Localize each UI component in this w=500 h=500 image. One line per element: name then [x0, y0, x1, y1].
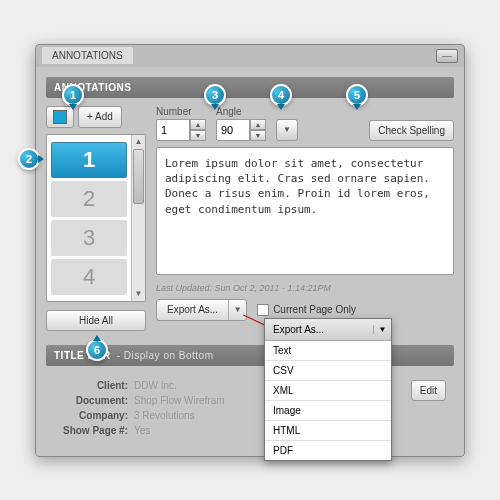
window-titlebar: ANNOTATIONS ––	[36, 45, 464, 67]
annotation-item-2[interactable]: 2	[51, 181, 127, 217]
scroll-thumb[interactable]	[133, 149, 144, 204]
annotation-item-1[interactable]: 1	[51, 142, 127, 178]
chevron-down-icon: ▼	[373, 325, 391, 334]
company-value: 3 Revolutions	[134, 410, 195, 421]
annotations-section-header: ANNOTATIONS	[46, 77, 454, 98]
number-input[interactable]	[156, 119, 190, 141]
last-updated-label: Last Updated: Sun Oct 2, 2011 - 1:14:21P…	[156, 283, 454, 293]
document-value: Shop Flow Wirefram	[134, 395, 225, 406]
angle-input[interactable]	[216, 119, 250, 141]
showpage-key: Show Page #:	[54, 425, 134, 436]
export-dropdown-header[interactable]: Export As... ▼	[265, 319, 391, 341]
showpage-value: Yes	[134, 425, 150, 436]
company-key: Company:	[54, 410, 134, 421]
client-value: DDW Inc.	[134, 380, 177, 391]
number-stepper[interactable]: ▲ ▼	[156, 119, 206, 141]
edit-titlebar-button[interactable]: Edit	[411, 380, 446, 401]
annotation-list: 1 2 3 4 ▲ ▼	[46, 134, 146, 302]
export-dropdown-menu: Export As... ▼ Text CSV XML Image HTML P…	[264, 318, 392, 461]
document-key: Document:	[54, 395, 134, 406]
angle-step-up[interactable]: ▲	[250, 119, 266, 130]
export-option-pdf[interactable]: PDF	[265, 441, 391, 460]
add-annotation-button[interactable]: + Add	[78, 106, 122, 128]
checkbox-box[interactable]	[257, 304, 269, 316]
export-option-csv[interactable]: CSV	[265, 361, 391, 381]
callout-1: 1	[62, 84, 84, 106]
number-step-up[interactable]: ▲	[190, 119, 206, 130]
callout-4: 4	[270, 84, 292, 106]
annotations-window: ANNOTATIONS –– ANNOTATIONS 1 3 4 5 + Add…	[35, 44, 465, 457]
export-as-select[interactable]: Export As... ▼	[156, 299, 247, 321]
export-option-xml[interactable]: XML	[265, 381, 391, 401]
callout-6: 6	[86, 339, 108, 361]
current-page-only-label: Current Page Only	[273, 304, 356, 315]
minimize-button[interactable]: ––	[436, 49, 458, 63]
annotation-item-4[interactable]: 4	[51, 259, 127, 295]
scroll-up-icon[interactable]: ▲	[132, 135, 145, 149]
color-swatch	[53, 110, 67, 124]
angle-preset-dropdown[interactable]: ▼	[276, 119, 298, 141]
export-option-image[interactable]: Image	[265, 401, 391, 421]
export-dropdown-label: Export As...	[265, 324, 373, 335]
hide-all-button[interactable]: Hide All	[46, 310, 146, 331]
number-step-down[interactable]: ▼	[190, 130, 206, 141]
angle-stepper[interactable]: ▲ ▼	[216, 119, 266, 141]
callout-5: 5	[346, 84, 368, 106]
angle-label: Angle	[216, 106, 266, 117]
scroll-down-icon[interactable]: ▼	[132, 287, 145, 301]
chevron-down-icon: ▼	[228, 300, 246, 320]
check-spelling-button[interactable]: Check Spelling	[369, 120, 454, 141]
callout-3: 3	[204, 84, 226, 106]
list-scrollbar[interactable]: ▲ ▼	[131, 135, 145, 301]
angle-step-down[interactable]: ▼	[250, 130, 266, 141]
number-label: Number	[156, 106, 206, 117]
export-option-html[interactable]: HTML	[265, 421, 391, 441]
titlebar-subtitle: - Display on Bottom	[117, 350, 214, 361]
callout-2: 2	[18, 148, 40, 170]
client-key: Client:	[54, 380, 134, 391]
export-as-label: Export As...	[157, 304, 228, 315]
annotation-text-input[interactable]: Lorem ipsum dolor sit amet, consectetur …	[156, 147, 454, 275]
export-option-text[interactable]: Text	[265, 341, 391, 361]
window-title-tab: ANNOTATIONS	[42, 47, 133, 64]
current-page-only-checkbox[interactable]: Current Page Only	[257, 304, 356, 316]
annotation-item-3[interactable]: 3	[51, 220, 127, 256]
